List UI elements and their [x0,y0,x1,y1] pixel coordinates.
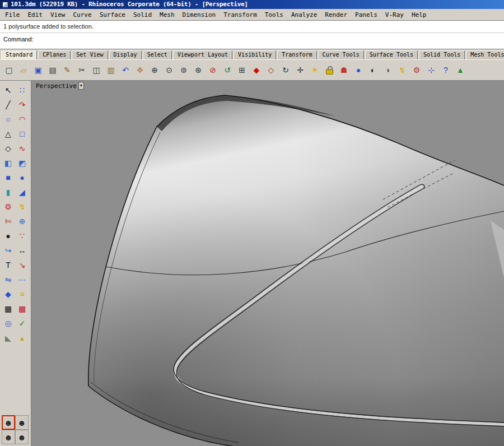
zoom-selected-icon[interactable]: ⊚ [177,63,190,77]
tab-visibility[interactable]: Visibility [234,50,276,59]
undo-icon[interactable]: ↶ [119,63,132,77]
loft-icon[interactable]: ◩ [15,156,29,170]
zoom-target-icon[interactable]: ⊘ [206,63,220,77]
menu-item-analyze[interactable]: Analyze [287,10,321,20]
polyline-icon[interactable]: △ [1,127,15,141]
help-icon[interactable]: ? [439,63,452,77]
shaded-sphere-icon[interactable]: ● [1,229,15,243]
tab-curve-tools[interactable]: Curve Tools [318,50,364,59]
select-arrow-icon[interactable]: ↖ [1,83,15,97]
new-file-icon[interactable]: ▢ [2,63,16,77]
explode-icon[interactable]: ↯ [15,199,29,214]
paste-icon[interactable]: ▥ [104,63,118,77]
open-folder-icon[interactable]: ▱ [17,63,30,77]
menu-item-dimension[interactable]: Dimension [179,10,220,20]
lightning-icon[interactable]: ↯ [395,63,409,77]
array-icon[interactable]: ⋯ [15,272,29,287]
cone-icon[interactable]: ◣ [1,331,15,345]
polygon-icon[interactable]: ◇ [1,141,15,156]
lamp-icon[interactable]: ☀ [308,63,321,77]
tab-select[interactable]: Select [143,50,172,59]
viewport-title[interactable]: Perspective [36,82,77,90]
copy-icon[interactable]: ◫ [90,63,103,77]
undo-view-icon[interactable]: ↺ [221,63,234,77]
menu-item-view[interactable]: View [46,10,69,20]
zoom-dynamic-icon[interactable]: ⊕ [148,63,161,77]
control-points-icon[interactable]: ∷ [15,83,29,97]
cylinder-icon[interactable]: ▮ [1,185,15,199]
tab-mesh-tools[interactable]: Mesh Tools [466,50,504,59]
grid-icon[interactable]: ▦ [1,301,15,316]
curve-tools-icon[interactable]: ↪ [1,243,15,258]
hatch-icon[interactable]: ▩ [15,301,29,316]
text-icon[interactable]: T [1,258,15,272]
leader-icon[interactable]: ↘ [15,258,29,272]
menu-item-render[interactable]: Render [321,10,351,20]
tab-set-view[interactable]: Set View [72,50,108,59]
viewport-3d-canvas[interactable] [31,81,504,446]
gear-icon[interactable]: ⚙ [410,63,423,77]
tab-solid-tools[interactable]: Solid Tools [419,50,465,59]
pyramid-icon[interactable]: ▴ [15,331,29,345]
sphere-icon[interactable]: ● [15,170,29,185]
render-icon[interactable]: ◆ [250,63,263,77]
tab-cplanes[interactable]: CPlanes [38,50,71,59]
render-sphere-blue-icon[interactable]: ● [352,63,365,77]
print-icon[interactable]: ▤ [46,63,59,77]
circle-icon[interactable]: ○ [1,112,15,127]
arc-icon[interactable]: ◠ [15,112,29,127]
zoom-extents-icon[interactable]: ⊛ [192,63,205,77]
rotate-cube-icon[interactable]: ◆ [1,287,15,301]
render-preview-icon[interactable]: ◇ [264,63,278,77]
pipe-icon[interactable]: ◎ [1,316,15,331]
menu-item-solid[interactable]: Solid [129,10,156,20]
line-icon[interactable]: ╱ [1,97,15,112]
page-edit-icon[interactable]: ✎ [60,63,74,77]
check-icon[interactable]: ✓ [15,316,29,331]
extrude-icon[interactable]: ◢ [15,185,29,199]
mirror-icon[interactable]: ⇋ [1,272,15,287]
menu-item-help[interactable]: Help [408,10,431,20]
tab-surface-tools[interactable]: Surface Tools [365,50,418,59]
shield-icon[interactable]: ☗ [337,63,351,77]
render-sphere-gray-icon[interactable]: ◑ [381,63,394,77]
menu-item-v-ray[interactable]: V-Ray [381,10,408,20]
mask-icon-4[interactable]: ☻ [15,430,29,444]
command-input-line[interactable]: Command: [0,32,504,49]
menu-item-surface[interactable]: Surface [96,10,129,20]
tab-transform[interactable]: Transform [277,50,316,59]
menu-item-panels[interactable]: Panels [351,10,381,20]
box-icon[interactable]: ■ [1,170,15,185]
zoom-window-icon[interactable]: ⊙ [162,63,176,77]
boolean-icon[interactable]: ⚙ [1,199,15,214]
menu-item-tools[interactable]: Tools [261,10,287,20]
tab-viewport-layout[interactable]: Viewport Layout [173,50,232,59]
save-icon[interactable]: ▣ [31,63,45,77]
pan-hand-icon[interactable]: ✥ [133,63,147,77]
surface-icon[interactable]: ◧ [1,156,15,170]
cut-icon[interactable]: ✂ [75,63,88,77]
menu-item-file[interactable]: File [1,10,24,20]
render-sphere-dark-icon[interactable]: ◐ [366,63,380,77]
curve-icon[interactable]: ↷ [15,97,29,112]
viewport-layout-icon[interactable]: ⊞ [235,63,249,77]
dimension-icon[interactable]: ↔ [15,243,29,258]
menu-item-edit[interactable]: Edit [24,10,47,20]
move-icon[interactable]: ✛ [293,63,307,77]
join-icon[interactable]: ⊕ [15,214,29,229]
perspective-viewport[interactable]: Perspective ▼ [31,81,504,446]
menu-item-curve[interactable]: Curve [69,10,96,20]
viewport-title-bar[interactable]: Perspective ▼ [36,82,84,90]
rotate-view-icon[interactable]: ↻ [279,63,292,77]
point-object-icon[interactable]: ∵ [15,229,29,243]
mask-icon-3[interactable]: ☻ [2,430,15,444]
mask-icon-2[interactable]: ☻ [15,415,29,430]
tab-display[interactable]: Display [109,50,142,59]
layers-icon[interactable]: ≡ [15,287,29,301]
rectangle-icon[interactable]: □ [15,127,29,141]
mask-icon-1[interactable]: ☻ [2,415,15,430]
tab-standard[interactable]: Standard [1,50,37,59]
menu-item-transform[interactable]: Transform [220,10,261,20]
trim-icon[interactable]: ✄ [1,214,15,229]
viewport-menu-caret-icon[interactable]: ▼ [78,82,84,90]
